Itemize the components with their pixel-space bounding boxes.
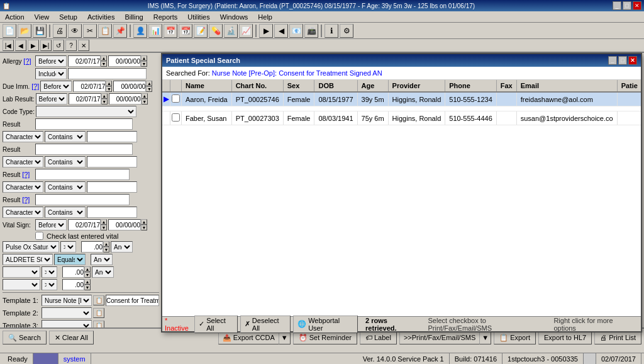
pulse-op-select2[interactable]: >= — [60, 241, 76, 253]
template2-select[interactable] — [42, 307, 92, 319]
result4-contains-select[interactable]: Contains — [45, 207, 86, 218]
vital-ex1-val[interactable] — [62, 266, 84, 278]
vital-ex2-up[interactable]: ▲ — [84, 279, 91, 285]
nav-close[interactable]: ✕ — [78, 40, 89, 51]
due-imm-up[interactable]: ▲ — [106, 81, 112, 86]
allergy-enddate-down[interactable]: ▼ — [141, 61, 147, 67]
lab-icon[interactable]: 🔬 — [224, 24, 238, 38]
dialog-minimize-btn[interactable]: _ — [608, 56, 617, 65]
info-icon[interactable]: ℹ — [325, 24, 338, 38]
nav-prev[interactable]: ◀ — [15, 40, 26, 51]
send-icon[interactable]: 📧 — [289, 24, 303, 38]
menu-setup[interactable]: Setup — [57, 13, 80, 21]
vital-date-up[interactable]: ▲ — [101, 219, 107, 225]
vital-ex1-down[interactable]: ▼ — [84, 272, 91, 278]
due-imm-down[interactable]: ▼ — [106, 86, 112, 92]
row2-checkbox[interactable] — [170, 111, 182, 125]
result1-contains-select[interactable]: Contains — [45, 131, 86, 142]
vital-ex2-sel1[interactable] — [3, 279, 40, 290]
fax-icon[interactable]: 📠 — [304, 24, 318, 38]
result4-input[interactable] — [35, 194, 130, 205]
vital-before-select[interactable]: Before — [35, 219, 67, 230]
menu-view[interactable]: View — [32, 13, 52, 21]
due-imm-before-select[interactable]: Before — [40, 81, 72, 92]
due-imm-enddate-up[interactable]: ▲ — [146, 81, 152, 86]
due-imm-date-input[interactable] — [73, 81, 106, 92]
result2-value-input[interactable] — [87, 156, 137, 168]
allergy-include-select[interactable]: Include — [35, 68, 67, 79]
vital-ex1-and[interactable]: And — [92, 266, 114, 278]
vital-ex2-sel2[interactable]: >= — [42, 279, 57, 290]
col-name[interactable]: Name — [182, 80, 232, 92]
allergy-date-down[interactable]: ▼ — [101, 61, 107, 67]
menu-reports[interactable]: Reports — [151, 13, 180, 21]
due-imm-enddate-down[interactable]: ▼ — [146, 86, 152, 92]
allergy-include-input[interactable] — [68, 68, 147, 79]
result1-input[interactable] — [35, 118, 133, 130]
result2-contains-select[interactable]: Contains — [45, 156, 86, 168]
print-icon[interactable]: 🖨 — [53, 24, 67, 38]
minimize-button[interactable]: _ — [613, 1, 621, 10]
vital-date-input[interactable] — [68, 219, 101, 230]
pulse-ox-val[interactable] — [81, 241, 103, 253]
menu-windows[interactable]: Windows — [218, 13, 251, 21]
col-patie[interactable]: Patie — [617, 80, 641, 92]
template1-note-input[interactable] — [106, 295, 159, 306]
col-provider[interactable]: Provider — [388, 80, 445, 92]
allergy-enddate-input[interactable] — [108, 55, 141, 67]
result3-value-input[interactable] — [87, 181, 137, 193]
result4-value-input[interactable] — [87, 207, 137, 218]
menu-utilities[interactable]: Utilities — [185, 13, 212, 21]
result3-char-select[interactable]: Character — [3, 181, 43, 193]
result3-link[interactable]: [?] — [22, 171, 30, 178]
menu-activities[interactable]: Activities — [85, 13, 117, 21]
due-imm-link[interactable]: [?] — [31, 82, 39, 90]
pulse-and-select[interactable]: And — [111, 241, 133, 253]
paste-icon[interactable]: 📌 — [113, 24, 127, 38]
result2-input[interactable] — [35, 144, 133, 155]
allergy-date-input[interactable] — [68, 55, 101, 67]
menu-help[interactable]: Help — [255, 13, 275, 21]
template2-btn[interactable]: 📋 — [93, 308, 104, 318]
dialog-close-btn[interactable]: ✕ — [628, 56, 637, 65]
clear-all-button[interactable]: ✕ Clear All — [49, 331, 94, 344]
results-table-container[interactable]: Name Chart No. Sex DOB Age Provider Phon… — [162, 80, 641, 318]
select-all-btn[interactable]: ✓ Select All — [194, 316, 238, 333]
aldrete-op-select[interactable]: Equals — [54, 254, 86, 265]
result1-char-select[interactable]: Character — [3, 131, 43, 142]
vital-enddate-input[interactable] — [108, 219, 141, 230]
col-email[interactable]: Email — [516, 80, 617, 92]
vital-date-down[interactable]: ▼ — [101, 225, 107, 230]
new-icon[interactable]: 📄 — [3, 24, 16, 38]
result4-link[interactable]: [?] — [22, 196, 30, 203]
vital-ex2-down[interactable]: ▼ — [84, 285, 91, 290]
lab-date-input[interactable] — [69, 93, 101, 105]
label-button[interactable]: 🏷 Label — [360, 331, 397, 344]
nav-next[interactable]: ▶ — [28, 40, 39, 51]
patient-icon[interactable]: 👤 — [133, 24, 147, 38]
rx-icon[interactable]: 💊 — [209, 24, 223, 38]
menu-billing[interactable]: Billing — [122, 13, 145, 21]
result4-char-select[interactable]: Character — [3, 207, 43, 218]
note-icon[interactable]: 📝 — [194, 24, 208, 38]
vital-ex2-val[interactable] — [62, 279, 84, 290]
preview-icon[interactable]: 👁 — [68, 24, 82, 38]
settings-icon[interactable]: ⚙ — [340, 24, 353, 38]
nav-last[interactable]: ▶| — [40, 40, 52, 51]
deselect-all-btn[interactable]: ✗ Deselect All — [240, 316, 291, 333]
template1-btn[interactable]: 📋 — [93, 295, 104, 305]
col-dob[interactable]: DOB — [314, 80, 357, 92]
vital-ex1-up[interactable]: ▲ — [84, 266, 91, 272]
pulse-ox-down[interactable]: ▼ — [103, 247, 109, 253]
export-button[interactable]: 📋 Export — [494, 331, 536, 344]
vital-enddate-up[interactable]: ▲ — [141, 219, 147, 225]
result3-contains-select[interactable]: Contains — [45, 181, 86, 193]
dialog-maximize-btn[interactable]: □ — [618, 56, 627, 65]
lab-before-select[interactable]: Before — [36, 93, 67, 105]
pulse-ox-select[interactable]: Pulse Ox Satural — [3, 241, 59, 253]
copy-icon[interactable]: 📋 — [98, 24, 112, 38]
result3-input[interactable] — [35, 169, 130, 180]
vital-ex1-sel1[interactable] — [3, 266, 40, 278]
col-chart[interactable]: Chart No. — [231, 80, 283, 92]
code-type-select[interactable] — [36, 106, 136, 117]
